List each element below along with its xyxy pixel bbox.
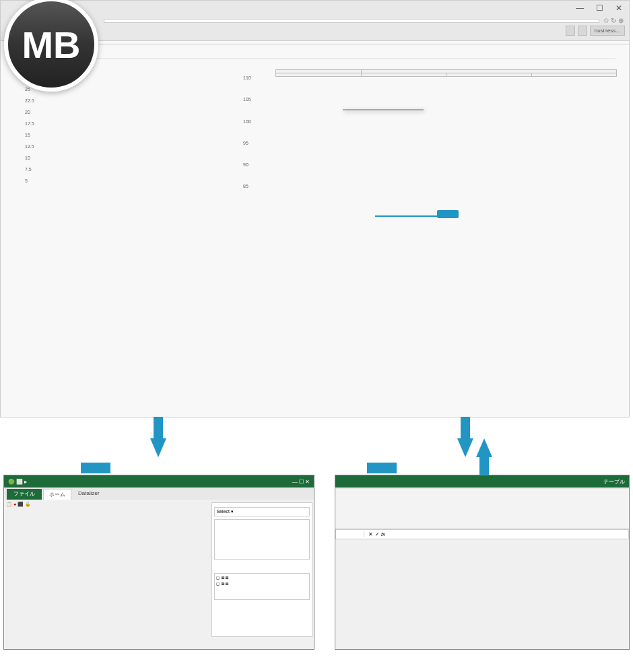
svg-text:105: 105: [243, 97, 251, 102]
browser-window: MB — ☐ ✕ ✩ ↻ ⊕ business... 27.: [0, 0, 630, 417]
excel-edit-window[interactable]: テーブル ✕ ✓ fx: [335, 475, 630, 650]
svg-text:95: 95: [243, 141, 248, 145]
excel-titlebar: テーブル: [335, 475, 629, 488]
arrow-up-icon: [476, 438, 492, 457]
svg-text:7.5: 7.5: [25, 167, 32, 172]
close-icon[interactable]: ✕: [615, 3, 622, 13]
window-controls[interactable]: — ☐ ✕: [1, 1, 629, 15]
label-analyze: [81, 463, 110, 473]
excel-tabs[interactable]: ファイルホームDatalizer: [4, 488, 314, 500]
field-pane[interactable]: Select ▾ ◻ 〓〓◻ 〓〓: [211, 502, 312, 637]
svg-text:12.5: 12.5: [25, 144, 34, 149]
browser-tab[interactable]: business...: [590, 26, 625, 36]
svg-text:85: 85: [243, 184, 248, 189]
maximize-icon[interactable]: ☐: [596, 3, 603, 13]
browser-tab[interactable]: [578, 26, 587, 36]
address-bar[interactable]: [104, 19, 599, 23]
bottom-section: 🟢 ⬜ ▸— ☐ ✕ ファイルホームDatalizer 📋●⬛🔓 Select …: [0, 475, 633, 650]
mb-logo: MB: [4, 0, 98, 92]
svg-text:25: 25: [25, 87, 30, 92]
context-menu[interactable]: [343, 109, 424, 110]
excel-analyze-window[interactable]: 🟢 ⬜ ▸— ☐ ✕ ファイルホームDatalizer 📋●⬛🔓 Select …: [3, 475, 314, 650]
minimize-icon[interactable]: —: [576, 3, 584, 13]
right-panel: [275, 65, 617, 212]
formula-bar[interactable]: ✕ ✓ fx: [335, 529, 629, 539]
svg-text:100: 100: [243, 119, 251, 124]
excel-ribbon[interactable]: [335, 489, 629, 529]
label-edit: [367, 463, 397, 473]
svg-text:10: 10: [25, 156, 30, 160]
detail-table[interactable]: [275, 69, 617, 77]
svg-text:5: 5: [25, 178, 28, 183]
arrow-down-icon: [457, 438, 473, 457]
arrow-down-icon: [150, 438, 166, 457]
svg-text:20: 20: [25, 110, 30, 114]
svg-text:17.5: 17.5: [25, 121, 34, 126]
svg-text:15: 15: [25, 133, 30, 137]
callout-excel: [437, 210, 459, 218]
excel-titlebar: 🟢 ⬜ ▸— ☐ ✕: [4, 475, 314, 488]
svg-text:22.5: 22.5: [25, 98, 34, 103]
svg-text:90: 90: [243, 162, 248, 167]
browser-tab[interactable]: [566, 26, 575, 36]
svg-text:110: 110: [243, 75, 251, 80]
